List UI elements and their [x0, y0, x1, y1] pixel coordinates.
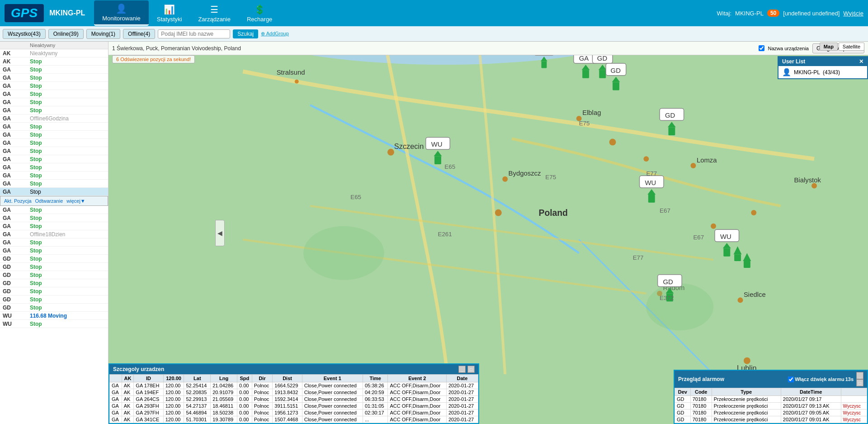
alarm-col-dev: Dev [675, 388, 691, 396]
bottom-tbody: GA AK GA 178EH 120.00 52.25414 21.04286 … [110, 382, 478, 423]
bottom-scroll[interactable]: AK ID 120.00 Lat Lng Spd Dir Dist Event … [109, 374, 478, 423]
device-name: GA [3, 248, 30, 254]
svg-point-4 [502, 176, 508, 182]
alarm-row[interactable]: GD 70180 Przekroczenie prędkości 2020/01… [675, 403, 867, 410]
device-row[interactable]: GAStop [0, 180, 108, 188]
context-item[interactable]: więcej▼ [66, 198, 85, 204]
svg-text:E372: E372 [660, 295, 674, 301]
alarm-code: 70180 [690, 403, 712, 410]
tab-moving[interactable]: Moving(1) [86, 29, 120, 39]
tab-all[interactable]: Wszystko(43) [3, 29, 46, 39]
alarm-scroll[interactable]: Dev Code Type DateTime GD 70180 Przekroc… [675, 388, 867, 423]
alarm-action[interactable]: Wyczysc [841, 403, 867, 410]
alarm-restore-btn[interactable]: □ [856, 379, 863, 386]
device-row[interactable]: GAStop [0, 98, 108, 106]
device-row[interactable]: GAStop [0, 90, 108, 98]
alarm-type: Przekroczenie prędkości [712, 410, 781, 416]
device-row[interactable]: GAStop [0, 66, 108, 74]
user-panel-close[interactable]: ✕ [859, 58, 863, 65]
device-row[interactable]: GDStop [0, 271, 108, 279]
device-row[interactable]: GAStop [0, 163, 108, 172]
cell-lat: 54.27137 [184, 403, 211, 410]
tab-offline[interactable]: Offline(4) [123, 29, 155, 39]
nav-zarzadzanie-label: Zarządzanie [198, 16, 231, 23]
cell-lng: 18.50238 [211, 410, 237, 416]
device-row[interactable]: AKNieaktywny [0, 49, 108, 57]
device-row[interactable]: GAStop [0, 214, 108, 222]
map-btn-map[interactable]: Map [820, 43, 838, 51]
device-name: GA [3, 207, 30, 213]
device-row[interactable]: GAStop [0, 74, 108, 82]
map-btn-satellite[interactable]: Satellite [839, 43, 864, 51]
device-row[interactable]: GDStop [0, 279, 108, 287]
table-row[interactable]: GA AK GA 264CS 120.00 52.29913 21.05569 … [110, 396, 478, 403]
nav-statystyki[interactable]: 📊 Statystyki [149, 1, 190, 25]
show-names-checkbox[interactable] [759, 45, 764, 51]
device-row[interactable]: GAStop [0, 222, 108, 230]
svg-text:E77: E77 [633, 254, 644, 261]
device-row[interactable]: GAStop [0, 82, 108, 90]
bottom-panel-header: Szczegoly urzadzen _ □ [109, 364, 478, 374]
alarm-action[interactable]: Wyczysc [841, 410, 867, 416]
alarm-action[interactable]: Wyczysc [841, 416, 867, 423]
table-row[interactable]: GA AK GA 194EF 120.00 52.20835 20.91079 … [110, 389, 478, 396]
device-status: Stop [30, 164, 105, 171]
context-menu[interactable]: Akt. PozycjaOdtwarzaniewięcej▼ [0, 196, 108, 206]
add-group-button[interactable]: ⊕ AddGroup [261, 31, 289, 37]
device-row[interactable]: GAStop [0, 188, 108, 196]
device-row[interactable]: GAStop [0, 238, 108, 247]
device-row[interactable]: GAStop [0, 106, 108, 114]
table-row[interactable]: GA AK GA 297FH 120.00 54.46894 18.50238 … [110, 410, 478, 416]
device-row[interactable]: GAStop [0, 139, 108, 147]
device-name: GA [3, 189, 30, 195]
cell-ak: AK [122, 389, 134, 396]
device-row[interactable]: GAStop [0, 206, 108, 214]
table-row[interactable]: GA AK GA 293FH 120.00 54.27137 18.46811 … [110, 403, 478, 410]
device-row[interactable]: GDStop [0, 263, 108, 271]
user-row: 👤 MKING-PL (43/43) [778, 66, 867, 78]
nav-monitorowanie[interactable]: 👤 Monitorowanie [94, 0, 149, 26]
device-row[interactable]: GAStop [0, 123, 108, 131]
svg-point-12 [691, 163, 696, 168]
device-name: GD [3, 256, 30, 262]
search-input[interactable] [158, 29, 230, 38]
context-item[interactable]: Odtwarzanie [35, 198, 63, 204]
alarm-minimize-btn[interactable]: _ [856, 372, 863, 379]
device-row[interactable]: GAStop [0, 247, 108, 255]
panel-minimize-btn[interactable]: _ [458, 366, 466, 373]
logout-link[interactable]: Wyjście [843, 10, 863, 17]
device-row[interactable]: WUStop [0, 320, 108, 328]
alarm-row[interactable]: GD 70180 Przekroczenie prędkości 2020/01… [675, 416, 867, 423]
context-item[interactable]: Akt. Pozycja [4, 198, 32, 204]
svg-text:WU: WU [431, 141, 443, 148]
alarm-row[interactable]: GD 70180 Przekroczenie prędkości 2020/01… [675, 410, 867, 416]
nav-zarzadzanie[interactable]: ☰ Zarządzanie [190, 1, 239, 25]
table-row[interactable]: GA AK GA 178EH 120.00 52.25414 21.04286 … [110, 382, 478, 389]
table-row[interactable]: GA AK GA 341CE 120.00 51.70301 19.30789 … [110, 416, 478, 423]
device-status: Stop [30, 156, 105, 162]
col-lat: Lat [184, 375, 211, 382]
sidebar-toggle-arrow[interactable]: ◀ [215, 220, 225, 246]
device-name: GA [3, 83, 30, 89]
device-row[interactable]: GDStop [0, 255, 108, 263]
device-row[interactable]: GAOffline18Dzien [0, 230, 108, 238]
device-row[interactable]: GAStop [0, 155, 108, 163]
device-row[interactable]: GDStop [0, 295, 108, 304]
search-button[interactable]: Szukaj [233, 29, 258, 38]
device-row[interactable]: GAStop [0, 131, 108, 139]
svg-text:E75: E75 [545, 174, 556, 181]
device-row[interactable]: GDStop [0, 287, 108, 295]
device-row[interactable]: GDStop [0, 304, 108, 312]
device-row[interactable]: GAStop [0, 147, 108, 155]
tab-online[interactable]: Online(39) [48, 29, 84, 39]
device-row[interactable]: WU116.68 Moving [0, 312, 108, 320]
nav-recharge[interactable]: 💲 Recharge [239, 1, 280, 25]
device-row[interactable]: GAStop [0, 172, 108, 180]
panel-restore-btn[interactable]: □ [467, 366, 475, 373]
svg-text:Elblag: Elblag [582, 109, 601, 116]
alarm-col-type: Type [712, 388, 781, 396]
alarm-sound-checkbox[interactable] [788, 376, 794, 382]
device-row[interactable]: GAOffline6Godzina [0, 114, 108, 123]
device-row[interactable]: AKStop [0, 57, 108, 66]
bottom-panel: Szczegoly urzadzen _ □ AK ID 120 [108, 363, 479, 424]
